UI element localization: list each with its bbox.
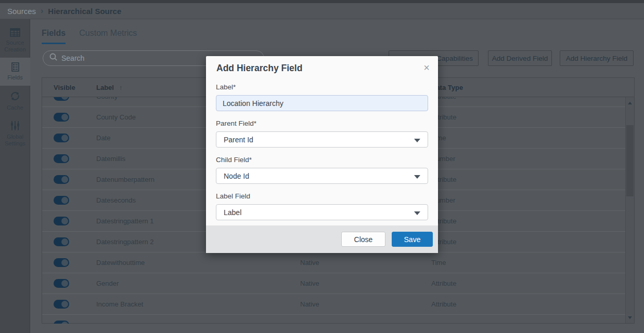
label-field-optional-label: Label Field [216,192,428,201]
chevron-down-icon [414,139,420,142]
modal-body: Label* Parent Field* Parent Id Child Fie… [206,74,438,220]
close-button[interactable]: Close [341,232,385,247]
parent-field-value: Parent Id [224,136,253,144]
label-field-select[interactable]: Label [216,204,428,220]
child-field-value: Node Id [224,172,249,180]
chevron-down-icon [414,175,420,179]
modal-footer: Close Save [206,225,438,253]
child-field-label: Child Field* [216,156,428,164]
app-window: Sources › Hierarchical Source Source Cre… [0,0,644,333]
add-hierarchy-field-modal: Add Hierarchy Field × Label* Parent Fiel… [206,56,438,253]
label-input[interactable] [216,95,428,111]
label-field-value: Label [224,208,241,217]
close-icon[interactable]: × [423,62,430,73]
parent-field-select[interactable]: Parent Id [216,131,428,148]
label-field-label: Label* [216,83,428,91]
parent-field-label: Parent Field* [216,119,428,128]
child-field-select[interactable]: Node Id [216,168,428,184]
modal-title: Add Hierarchy Field [206,56,438,74]
chevron-down-icon [414,211,420,215]
save-button[interactable]: Save [392,232,433,247]
